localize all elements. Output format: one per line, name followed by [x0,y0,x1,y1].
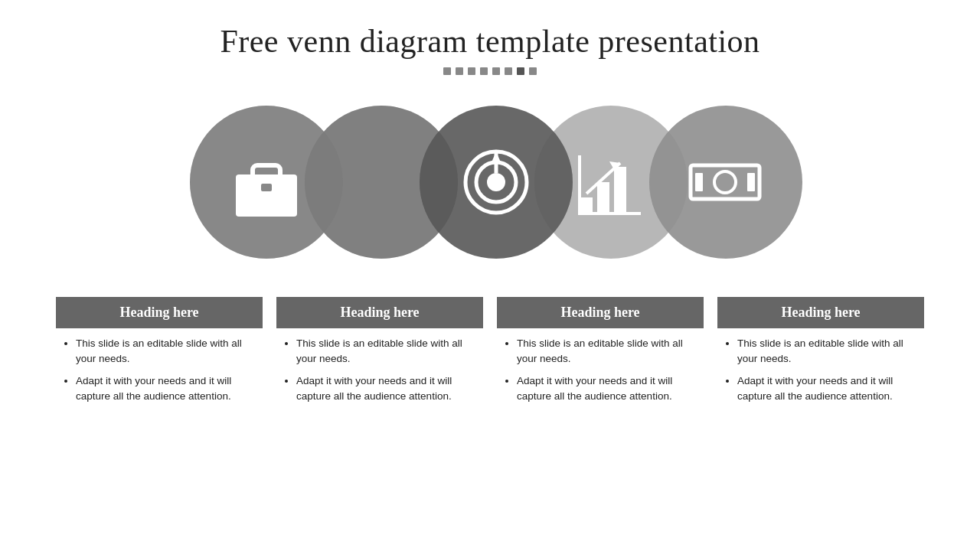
card-2-body: This slide is an editable slide with all… [276,328,483,419]
pagination-dots [443,67,537,75]
card-4-heading: Heading here [717,297,924,328]
dot-6 [505,67,512,75]
card-3: Heading here This slide is an editable s… [497,297,704,419]
svg-rect-26 [614,167,626,213]
venn-svg [122,98,858,266]
card-1-bullet-2: Adapt it with your needs and it will cap… [76,373,258,403]
svg-point-21 [487,173,505,191]
dot-7 [517,67,524,75]
dot-8 [529,67,537,75]
card-4-bullet-2: Adapt it with your needs and it will cap… [737,373,920,403]
card-1-bullet-1: This slide is an editable slide with all… [76,336,258,366]
card-2-heading: Heading here [276,297,483,328]
card-2-bullet-1: This slide is an editable slide with all… [296,336,479,366]
page-title: Free venn diagram template presentation [220,23,760,60]
svg-rect-18 [261,184,272,191]
svg-rect-28 [578,212,641,215]
dot-1 [443,67,451,75]
card-2: Heading here This slide is an editable s… [276,297,483,419]
dot-5 [492,67,500,75]
cards-container: Heading here This slide is an editable s… [46,297,934,419]
card-3-bullet-2: Adapt it with your needs and it will cap… [517,373,699,403]
dot-3 [468,67,475,75]
card-1-body: This slide is an editable slide with all… [56,328,263,419]
card-4: Heading here This slide is an editable s… [717,297,924,419]
card-1-heading: Heading here [56,297,263,328]
venn-diagram [46,90,934,274]
card-1: Heading here This slide is an editable s… [56,297,263,419]
card-2-bullet-2: Adapt it with your needs and it will cap… [296,373,479,403]
svg-rect-25 [597,182,609,213]
card-3-body: This slide is an editable slide with all… [497,328,704,419]
card-3-heading: Heading here [497,297,704,328]
svg-rect-33 [747,173,755,191]
svg-rect-27 [578,155,581,215]
svg-rect-32 [695,173,703,191]
card-4-body: This slide is an editable slide with all… [717,328,924,419]
dot-2 [456,67,463,75]
svg-rect-24 [580,197,593,213]
card-4-bullet-1: This slide is an editable slide with all… [737,336,920,366]
slide: Free venn diagram template presentation [0,0,980,551]
card-3-bullet-1: This slide is an editable slide with all… [517,336,699,366]
dot-4 [480,67,488,75]
